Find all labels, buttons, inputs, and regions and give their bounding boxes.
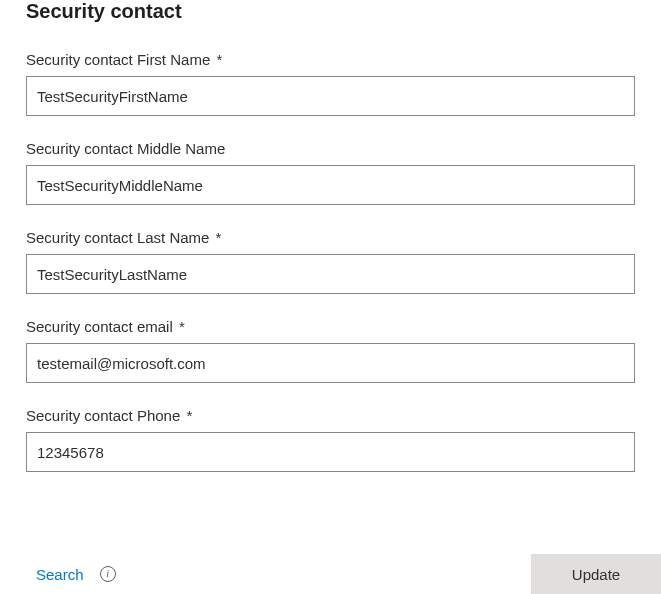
phone-input[interactable] — [26, 432, 635, 472]
form-field-first-name: Security contact First Name * — [26, 51, 635, 116]
email-label-text: Security contact email — [26, 318, 173, 335]
form-field-last-name: Security contact Last Name * — [26, 229, 635, 294]
required-asterisk: * — [216, 51, 222, 68]
form-field-phone: Security contact Phone * — [26, 407, 635, 472]
form-field-middle-name: Security contact Middle Name — [26, 140, 635, 205]
middle-name-label-text: Security contact Middle Name — [26, 140, 225, 157]
required-asterisk: * — [179, 318, 185, 335]
required-asterisk: * — [186, 407, 192, 424]
first-name-label-text: Security contact First Name — [26, 51, 210, 68]
middle-name-input[interactable] — [26, 165, 635, 205]
middle-name-label: Security contact Middle Name — [26, 140, 635, 157]
last-name-label-text: Security contact Last Name — [26, 229, 209, 246]
footer-left: Search i — [36, 566, 116, 583]
first-name-label: Security contact First Name * — [26, 51, 635, 68]
email-input[interactable] — [26, 343, 635, 383]
required-asterisk: * — [216, 229, 222, 246]
first-name-input[interactable] — [26, 76, 635, 116]
footer-bar: Search i Update — [0, 554, 661, 594]
last-name-input[interactable] — [26, 254, 635, 294]
section-title: Security contact — [26, 0, 635, 23]
email-label: Security contact email * — [26, 318, 635, 335]
phone-label-text: Security contact Phone — [26, 407, 180, 424]
phone-label: Security contact Phone * — [26, 407, 635, 424]
info-icon[interactable]: i — [100, 566, 116, 582]
update-button[interactable]: Update — [531, 554, 661, 594]
form-field-email: Security contact email * — [26, 318, 635, 383]
search-link[interactable]: Search — [36, 566, 84, 583]
last-name-label: Security contact Last Name * — [26, 229, 635, 246]
